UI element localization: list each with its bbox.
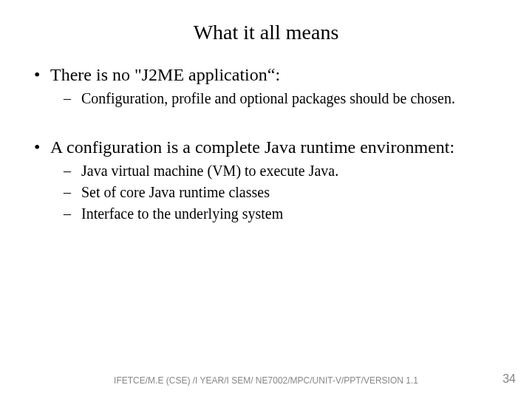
bullet-level1: • A configuration is a complete Java run… xyxy=(30,137,502,157)
bullet-level2: – Set of core Java runtime classes xyxy=(64,183,502,202)
bullet-text: There is no "J2ME application“: xyxy=(50,65,280,85)
slide-title: What it all means xyxy=(0,21,532,44)
dash-marker: – xyxy=(64,205,81,223)
bullet-text: A configuration is a complete Java runti… xyxy=(50,137,454,157)
bullet-level2: – Interface to the underlying system xyxy=(64,205,502,223)
bullet-level2: – Configuration, profile and optional pa… xyxy=(64,89,502,108)
bullet-text: Configuration, profile and optional pack… xyxy=(81,89,455,108)
bullet-marker: • xyxy=(30,65,50,85)
bullet-level2: – Java virtual machine (VM) to execute J… xyxy=(64,162,502,180)
bullet-text: Java virtual machine (VM) to execute Jav… xyxy=(81,162,338,180)
page-number: 34 xyxy=(502,372,516,386)
bullet-marker: • xyxy=(30,137,50,157)
dash-marker: – xyxy=(64,162,81,180)
slide-body: • There is no "J2ME application“: – Conf… xyxy=(0,65,532,223)
bullet-text: Interface to the underlying system xyxy=(81,205,283,223)
dash-marker: – xyxy=(64,183,81,202)
dash-marker: – xyxy=(64,89,81,108)
bullet-text: Set of core Java runtime classes xyxy=(81,183,270,202)
bullet-level1: • There is no "J2ME application“: xyxy=(30,65,502,85)
footer-text: IFETCE/M.E (CSE) /I YEAR/I SEM/ NE7002/M… xyxy=(114,375,418,386)
